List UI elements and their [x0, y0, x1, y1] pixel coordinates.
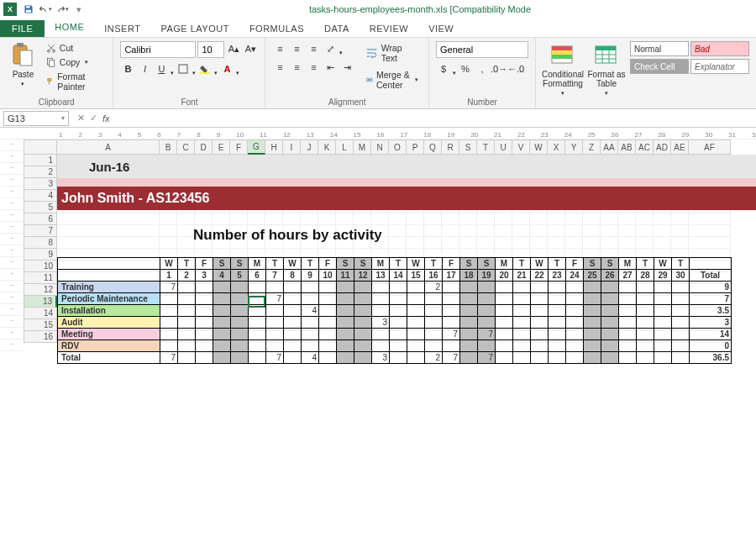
- activity-label[interactable]: Periodic Maintenance: [58, 293, 160, 305]
- hours-cell[interactable]: [672, 340, 690, 352]
- hours-cell[interactable]: [319, 282, 337, 293]
- column-header[interactable]: S: [459, 140, 477, 155]
- hours-cell[interactable]: [513, 329, 531, 340]
- hours-cell[interactable]: [354, 305, 372, 317]
- day-letter[interactable]: T: [425, 258, 443, 270]
- hours-cell[interactable]: [601, 352, 619, 364]
- column-header[interactable]: V: [512, 140, 530, 155]
- hours-cell[interactable]: [619, 329, 637, 340]
- hours-cell[interactable]: [672, 352, 690, 364]
- day-letter[interactable]: F: [443, 258, 460, 270]
- column-header[interactable]: A: [57, 140, 160, 155]
- day-number[interactable]: 20: [496, 270, 513, 282]
- hours-cell[interactable]: [178, 352, 196, 364]
- day-number[interactable]: 19: [478, 270, 496, 282]
- hours-cell[interactable]: [672, 317, 690, 329]
- column-headers[interactable]: ABCDEFGHIJKLMNOPQRSTUVWXYZAAABACADAEAF: [24, 140, 756, 155]
- hours-cell[interactable]: [266, 329, 284, 340]
- column-header[interactable]: Q: [424, 140, 442, 155]
- decrease-indent-icon[interactable]: ⇤: [323, 60, 338, 75]
- hours-table[interactable]: WTFSSMTWTFSSMTWTFSSMTWTFSSMTWT1234567891…: [57, 257, 732, 364]
- merge-center-button[interactable]: Merge & Center▾: [363, 68, 422, 92]
- hours-cell[interactable]: [619, 293, 637, 305]
- name-box[interactable]: G13▾: [3, 111, 69, 126]
- day-letter[interactable]: S: [601, 258, 619, 270]
- hours-cell[interactable]: [478, 317, 496, 329]
- day-letter[interactable]: T: [302, 258, 319, 270]
- hours-cell[interactable]: [407, 329, 425, 340]
- hours-cell[interactable]: [496, 329, 513, 340]
- enter-formula-icon[interactable]: ✓: [90, 113, 97, 124]
- hours-cell[interactable]: [654, 282, 672, 293]
- day-number[interactable]: 26: [601, 270, 619, 282]
- day-letter[interactable]: T: [549, 258, 566, 270]
- hours-cell[interactable]: [319, 352, 337, 364]
- hours-cell[interactable]: [566, 352, 584, 364]
- hours-cell[interactable]: [513, 305, 531, 317]
- hours-cell[interactable]: [443, 305, 460, 317]
- bold-button[interactable]: B: [120, 61, 135, 76]
- hours-cell[interactable]: [654, 329, 672, 340]
- paste-button[interactable]: Paste ▾: [7, 41, 39, 87]
- hours-cell[interactable]: [284, 282, 302, 293]
- hours-cell[interactable]: [160, 329, 178, 340]
- column-header[interactable]: E: [213, 140, 230, 155]
- wrap-text-button[interactable]: Wrap Text: [363, 41, 422, 65]
- hours-cell[interactable]: [672, 329, 690, 340]
- hours-cell[interactable]: [531, 317, 549, 329]
- day-number[interactable]: 30: [672, 270, 690, 282]
- table-cell[interactable]: [690, 258, 732, 270]
- tab-formulas[interactable]: FORMULAS: [239, 20, 314, 37]
- hours-cell[interactable]: [390, 317, 407, 329]
- hours-cell[interactable]: [654, 352, 672, 364]
- qat-customize-icon[interactable]: ▾: [72, 3, 86, 16]
- column-header[interactable]: J: [301, 140, 318, 155]
- tab-insert[interactable]: INSERT: [94, 20, 150, 37]
- fill-color-button[interactable]: [197, 61, 213, 76]
- day-number[interactable]: 15: [407, 270, 425, 282]
- hours-cell[interactable]: [390, 352, 407, 364]
- hours-cell[interactable]: [266, 282, 284, 293]
- hours-cell[interactable]: 7: [443, 329, 460, 340]
- column-header[interactable]: AF: [689, 140, 731, 155]
- column-header[interactable]: D: [195, 140, 213, 155]
- hours-cell[interactable]: [566, 293, 584, 305]
- day-number[interactable]: 18: [460, 270, 478, 282]
- hours-cell[interactable]: [213, 340, 231, 352]
- hours-cell[interactable]: [354, 340, 372, 352]
- hours-cell[interactable]: [584, 340, 601, 352]
- hours-cell[interactable]: [354, 293, 372, 305]
- accounting-format-icon[interactable]: $: [436, 61, 451, 76]
- day-number[interactable]: 25: [584, 270, 601, 282]
- hours-cell[interactable]: [231, 293, 249, 305]
- hours-cell[interactable]: [496, 317, 513, 329]
- hours-cell[interactable]: [372, 305, 390, 317]
- hours-cell[interactable]: [443, 340, 460, 352]
- hours-cell[interactable]: [443, 282, 460, 293]
- hours-cell[interactable]: [354, 317, 372, 329]
- hours-cell[interactable]: [337, 305, 354, 317]
- column-header[interactable]: N: [371, 140, 389, 155]
- day-letter[interactable]: S: [213, 258, 231, 270]
- hours-cell[interactable]: [213, 352, 231, 364]
- day-letter[interactable]: W: [160, 258, 178, 270]
- worksheet[interactable]: ABCDEFGHIJKLMNOPQRSTUVWXYZAAABACADAEAF 1…: [24, 140, 756, 351]
- hours-cell[interactable]: [407, 293, 425, 305]
- hours-cell[interactable]: [601, 340, 619, 352]
- hours-cell[interactable]: [601, 317, 619, 329]
- hours-cell[interactable]: [319, 340, 337, 352]
- hours-cell[interactable]: 7: [160, 282, 178, 293]
- decrease-font-icon[interactable]: A▾: [243, 41, 258, 56]
- column-header[interactable]: AC: [636, 140, 654, 155]
- day-letter[interactable]: M: [372, 258, 390, 270]
- fx-icon[interactable]: fx: [102, 113, 110, 124]
- style-bad[interactable]: Bad: [690, 41, 749, 56]
- hours-cell[interactable]: [672, 305, 690, 317]
- italic-button[interactable]: I: [137, 61, 152, 76]
- hours-cell[interactable]: [213, 282, 231, 293]
- column-header[interactable]: M: [354, 140, 371, 155]
- day-number[interactable]: 10: [319, 270, 337, 282]
- hours-cell[interactable]: [531, 282, 549, 293]
- hours-cell[interactable]: [531, 340, 549, 352]
- hours-cell[interactable]: [496, 305, 513, 317]
